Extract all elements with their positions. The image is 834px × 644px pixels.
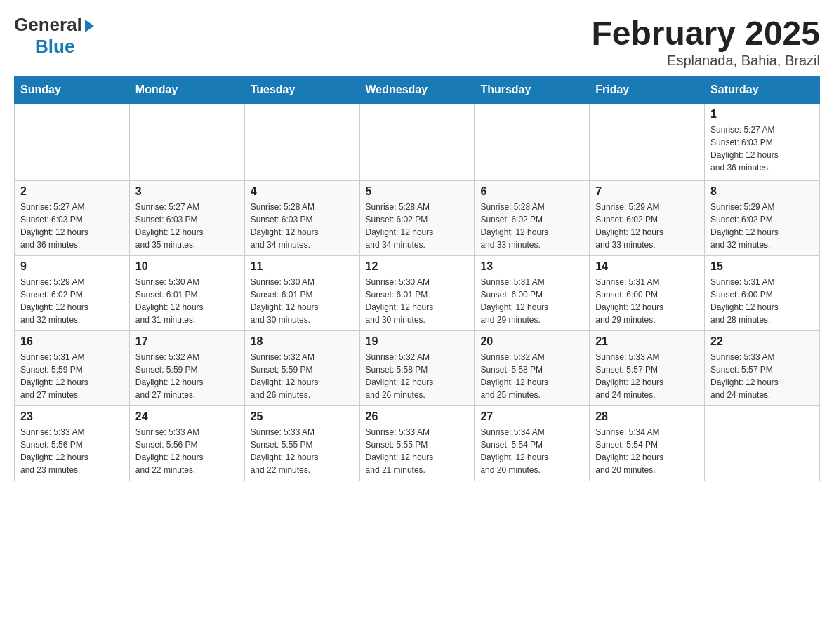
- weekday-header-row: SundayMondayTuesdayWednesdayThursdayFrid…: [15, 76, 820, 104]
- day-number: 11: [251, 260, 354, 273]
- day-number: 20: [480, 335, 583, 348]
- calendar-title: February 2025: [591, 14, 820, 53]
- day-cell: 20Sunrise: 5:32 AMSunset: 5:58 PMDayligh…: [475, 331, 590, 406]
- day-info: Sunrise: 5:27 AMSunset: 6:03 PMDaylight:…: [135, 201, 239, 251]
- day-number: 10: [135, 260, 239, 273]
- day-info: Sunrise: 5:28 AMSunset: 6:02 PMDaylight:…: [366, 201, 469, 251]
- week-row-2: 2Sunrise: 5:27 AMSunset: 6:03 PMDaylight…: [15, 181, 820, 256]
- day-info: Sunrise: 5:32 AMSunset: 5:59 PMDaylight:…: [251, 351, 354, 401]
- day-info: Sunrise: 5:31 AMSunset: 6:00 PMDaylight:…: [480, 276, 583, 326]
- day-cell: 1Sunrise: 5:27 AMSunset: 6:03 PMDaylight…: [705, 104, 820, 181]
- day-info: Sunrise: 5:30 AMSunset: 6:01 PMDaylight:…: [366, 276, 469, 326]
- day-number: 16: [20, 335, 124, 348]
- day-number: 13: [480, 260, 583, 273]
- day-info: Sunrise: 5:28 AMSunset: 6:02 PMDaylight:…: [480, 201, 583, 251]
- day-cell: [475, 104, 590, 181]
- day-cell: 11Sunrise: 5:30 AMSunset: 6:01 PMDayligh…: [244, 256, 359, 331]
- calendar-subtitle: Esplanada, Bahia, Brazil: [591, 53, 820, 69]
- day-number: 21: [595, 335, 699, 348]
- day-info: Sunrise: 5:31 AMSunset: 6:00 PMDaylight:…: [595, 276, 699, 326]
- page-header: General Blue February 2025 Esplanada, Ba…: [14, 14, 820, 69]
- day-cell: 5Sunrise: 5:28 AMSunset: 6:02 PMDaylight…: [359, 181, 475, 256]
- day-cell: 25Sunrise: 5:33 AMSunset: 5:55 PMDayligh…: [244, 406, 359, 481]
- day-number: 23: [20, 410, 124, 423]
- weekday-header-wednesday: Wednesday: [359, 76, 475, 104]
- day-cell: 6Sunrise: 5:28 AMSunset: 6:02 PMDaylight…: [475, 181, 590, 256]
- day-info: Sunrise: 5:31 AMSunset: 6:00 PMDaylight:…: [710, 276, 814, 326]
- day-number: 24: [135, 410, 239, 423]
- logo-arrow-icon: [85, 20, 94, 32]
- day-cell: 18Sunrise: 5:32 AMSunset: 5:59 PMDayligh…: [244, 331, 359, 406]
- day-info: Sunrise: 5:33 AMSunset: 5:55 PMDaylight:…: [366, 426, 469, 476]
- day-number: 25: [251, 410, 354, 423]
- day-cell: 26Sunrise: 5:33 AMSunset: 5:55 PMDayligh…: [359, 406, 475, 481]
- day-cell: [15, 104, 130, 181]
- day-cell: 27Sunrise: 5:34 AMSunset: 5:54 PMDayligh…: [475, 406, 590, 481]
- day-info: Sunrise: 5:29 AMSunset: 6:02 PMDaylight:…: [710, 201, 814, 251]
- logo-blue-text: Blue: [35, 36, 74, 57]
- day-cell: 2Sunrise: 5:27 AMSunset: 6:03 PMDaylight…: [15, 181, 130, 256]
- day-cell: 3Sunrise: 5:27 AMSunset: 6:03 PMDaylight…: [129, 181, 244, 256]
- day-info: Sunrise: 5:29 AMSunset: 6:02 PMDaylight:…: [20, 276, 124, 326]
- day-cell: [244, 104, 359, 181]
- day-cell: 9Sunrise: 5:29 AMSunset: 6:02 PMDaylight…: [15, 256, 130, 331]
- day-cell: [129, 104, 244, 181]
- weekday-header-thursday: Thursday: [475, 76, 590, 104]
- day-info: Sunrise: 5:32 AMSunset: 5:58 PMDaylight:…: [366, 351, 469, 401]
- day-info: Sunrise: 5:31 AMSunset: 5:59 PMDaylight:…: [20, 351, 124, 401]
- day-number: 22: [710, 335, 814, 348]
- day-info: Sunrise: 5:34 AMSunset: 5:54 PMDaylight:…: [480, 426, 583, 476]
- day-info: Sunrise: 5:33 AMSunset: 5:57 PMDaylight:…: [595, 351, 699, 401]
- day-info: Sunrise: 5:28 AMSunset: 6:03 PMDaylight:…: [251, 201, 354, 251]
- title-block: February 2025 Esplanada, Bahia, Brazil: [591, 14, 820, 69]
- day-cell: 21Sunrise: 5:33 AMSunset: 5:57 PMDayligh…: [590, 331, 705, 406]
- day-number: 18: [251, 335, 354, 348]
- day-number: 17: [135, 335, 239, 348]
- week-row-3: 9Sunrise: 5:29 AMSunset: 6:02 PMDaylight…: [15, 256, 820, 331]
- day-cell: 15Sunrise: 5:31 AMSunset: 6:00 PMDayligh…: [705, 256, 820, 331]
- day-cell: [705, 406, 820, 481]
- day-cell: 22Sunrise: 5:33 AMSunset: 5:57 PMDayligh…: [705, 331, 820, 406]
- day-info: Sunrise: 5:29 AMSunset: 6:02 PMDaylight:…: [595, 201, 699, 251]
- day-number: 1: [710, 108, 814, 121]
- day-cell: 24Sunrise: 5:33 AMSunset: 5:56 PMDayligh…: [129, 406, 244, 481]
- day-cell: 16Sunrise: 5:31 AMSunset: 5:59 PMDayligh…: [15, 331, 130, 406]
- day-cell: 28Sunrise: 5:34 AMSunset: 5:54 PMDayligh…: [590, 406, 705, 481]
- day-info: Sunrise: 5:33 AMSunset: 5:56 PMDaylight:…: [135, 426, 239, 476]
- day-number: 9: [20, 260, 124, 273]
- day-info: Sunrise: 5:27 AMSunset: 6:03 PMDaylight:…: [20, 201, 124, 251]
- day-info: Sunrise: 5:34 AMSunset: 5:54 PMDaylight:…: [595, 426, 699, 476]
- day-number: 4: [251, 185, 354, 198]
- day-number: 6: [480, 185, 583, 198]
- week-row-5: 23Sunrise: 5:33 AMSunset: 5:56 PMDayligh…: [15, 406, 820, 481]
- day-cell: [359, 104, 475, 181]
- day-number: 5: [366, 185, 469, 198]
- logo: General Blue: [14, 14, 94, 58]
- week-row-4: 16Sunrise: 5:31 AMSunset: 5:59 PMDayligh…: [15, 331, 820, 406]
- weekday-header-monday: Monday: [129, 76, 244, 104]
- day-cell: 7Sunrise: 5:29 AMSunset: 6:02 PMDaylight…: [590, 181, 705, 256]
- day-number: 3: [135, 185, 239, 198]
- day-info: Sunrise: 5:32 AMSunset: 5:59 PMDaylight:…: [135, 351, 239, 401]
- day-cell: [590, 104, 705, 181]
- weekday-header-saturday: Saturday: [705, 76, 820, 104]
- weekday-header-friday: Friday: [590, 76, 705, 104]
- day-number: 27: [480, 410, 583, 423]
- day-number: 26: [366, 410, 469, 423]
- day-number: 19: [366, 335, 469, 348]
- day-info: Sunrise: 5:30 AMSunset: 6:01 PMDaylight:…: [135, 276, 239, 326]
- day-number: 12: [366, 260, 469, 273]
- day-cell: 14Sunrise: 5:31 AMSunset: 6:00 PMDayligh…: [590, 256, 705, 331]
- week-row-1: 1Sunrise: 5:27 AMSunset: 6:03 PMDaylight…: [15, 104, 820, 181]
- day-info: Sunrise: 5:30 AMSunset: 6:01 PMDaylight:…: [251, 276, 354, 326]
- day-cell: 10Sunrise: 5:30 AMSunset: 6:01 PMDayligh…: [129, 256, 244, 331]
- weekday-header-sunday: Sunday: [15, 76, 130, 104]
- day-number: 2: [20, 185, 124, 198]
- weekday-header-tuesday: Tuesday: [244, 76, 359, 104]
- day-number: 15: [710, 260, 814, 273]
- day-number: 8: [710, 185, 814, 198]
- day-info: Sunrise: 5:33 AMSunset: 5:56 PMDaylight:…: [20, 426, 124, 476]
- day-number: 14: [595, 260, 699, 273]
- day-info: Sunrise: 5:33 AMSunset: 5:55 PMDaylight:…: [251, 426, 354, 476]
- day-cell: 4Sunrise: 5:28 AMSunset: 6:03 PMDaylight…: [244, 181, 359, 256]
